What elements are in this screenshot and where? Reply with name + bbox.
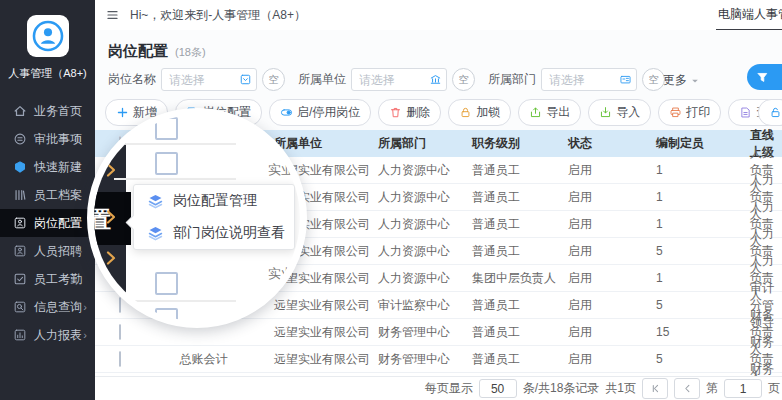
sidebar-item[interactable]: 审批事项: [0, 125, 95, 153]
sidebar-item[interactable]: 人力报表 ›: [0, 321, 95, 349]
sidebar-item[interactable]: 员工档案: [0, 181, 95, 209]
magnifier-overlay: 置 实业实业有望实业 岗位配置管理 部门岗位说明查看: [87, 108, 307, 328]
toolbar-button-label: 导出: [546, 104, 570, 121]
topbar: Hi~，欢迎来到-人事管理（A8+） 电脑端人事管: [95, 0, 782, 31]
magnified-row-divider: [114, 300, 236, 302]
cell-unit: 远望实业有限公司: [266, 351, 370, 368]
sidebar-item[interactable]: 业务首页: [0, 97, 95, 125]
chevron-right-icon: [103, 250, 119, 266]
chevron-right-icon: [103, 209, 119, 225]
page-prefix-label: 第: [706, 380, 718, 397]
cell-headcount: 1: [648, 190, 742, 204]
table-row[interactable]: 总账会计 远望实业有限公司 财务管理中心 普通员工 启用 5 财务负责人: [95, 346, 782, 373]
unlock-button[interactable]: [758, 99, 782, 126]
column-header-status[interactable]: 状态: [560, 135, 648, 152]
greeting-text: Hi~，欢迎来到-人事管理（A8+）: [130, 7, 306, 24]
sidebar-item-icon: [13, 160, 27, 174]
sidebar-item[interactable]: 信息查询 ›: [0, 293, 95, 321]
cell-status: 启用: [560, 297, 648, 314]
per-page-input[interactable]: 50: [479, 379, 517, 398]
more-filters-button[interactable]: 更多: [663, 72, 700, 89]
search-submit-button[interactable]: [747, 64, 782, 90]
sidebar-item[interactable]: 员工考勤: [0, 265, 95, 293]
filter-input-wrap: [351, 68, 447, 91]
row-checkbox[interactable]: [119, 351, 121, 367]
popup-menu-item[interactable]: 部门岗位说明查看: [134, 217, 294, 249]
toolbar-button[interactable]: 导入: [588, 99, 651, 126]
cell-headcount: 1: [648, 271, 742, 285]
toolbar-button-icon: [459, 106, 472, 119]
chevron-right-icon: [103, 162, 119, 178]
magnified-checkbox: [155, 272, 178, 295]
sidebar-item[interactable]: 快速新建: [0, 153, 95, 181]
toolbar-button-label: 删除: [406, 104, 430, 121]
tab-pc-hr[interactable]: 电脑端人事管: [716, 0, 782, 31]
filter-input-icon[interactable]: [239, 73, 252, 86]
cell-unit: 远望实业有限公司: [266, 324, 370, 341]
first-page-button[interactable]: [642, 378, 668, 399]
toolbar-button[interactable]: 启/停用岗位: [269, 99, 371, 126]
prev-page-icon: [682, 383, 693, 394]
funnel-icon: [756, 71, 769, 84]
cell-level: 普通员工: [464, 324, 560, 341]
sidebar-item[interactable]: 人员招聘: [0, 237, 95, 265]
toolbar-button[interactable]: 删除: [378, 99, 441, 126]
cell-headcount: 5: [648, 298, 742, 312]
column-header-dept[interactable]: 所属部门: [370, 135, 464, 152]
toolbar-button-icon: [116, 106, 129, 119]
hamburger-menu-icon[interactable]: [105, 9, 120, 21]
sidebar-item-label: 岗位配置: [34, 215, 82, 232]
cell-dept: 人力资源中心: [370, 162, 464, 179]
cell-level: 普通员工: [464, 297, 560, 314]
filter-group: 所属部门 空: [488, 68, 665, 91]
per-page-label: 每页显示: [425, 380, 473, 397]
total-pages-label: 共1页: [605, 380, 636, 397]
toolbar-button[interactable]: 加锁: [448, 99, 511, 126]
magnified-checkbox: [155, 152, 178, 175]
cell-dept: 人力资源中心: [370, 270, 464, 287]
toolbar-button[interactable]: 打印: [658, 99, 721, 126]
sidebar-item-label: 业务首页: [34, 103, 82, 120]
toolbar-button[interactable]: 导出: [518, 99, 581, 126]
cell-headcount: 1: [648, 217, 742, 231]
clear-filter-button[interactable]: 空: [452, 68, 475, 91]
toolbar-button-label: 打印: [686, 104, 710, 121]
filter-label: 所属单位: [298, 71, 346, 88]
sidebar-item[interactable]: 岗位配置: [0, 209, 95, 237]
sidebar-item-label: 人力报表: [34, 327, 82, 344]
cell-status: 启用: [560, 216, 648, 233]
cell-dept: 审计监察中心: [370, 297, 464, 314]
filter-input-icon[interactable]: [429, 73, 442, 86]
cell-unit: 远望实业有限公司: [266, 297, 370, 314]
record-count: (18条): [175, 45, 206, 60]
more-label: 更多: [663, 72, 687, 89]
filter-input-icon[interactable]: [619, 73, 632, 86]
clear-filter-button[interactable]: 空: [642, 68, 665, 91]
cell-status: 启用: [560, 351, 648, 368]
toolbar-button-icon: [280, 106, 293, 119]
filter-input-wrap: [541, 68, 637, 91]
cell-headcount: 5: [648, 244, 742, 258]
popup-menu-item-label: 部门岗位说明查看: [173, 224, 285, 242]
column-header-headcount[interactable]: 编制定员: [648, 135, 742, 152]
page-number-input[interactable]: 1: [724, 379, 762, 398]
sidebar-item-icon: [13, 104, 27, 118]
clear-filter-button[interactable]: 空: [262, 68, 285, 91]
toolbar-button-label: 加锁: [476, 104, 500, 121]
cell-status: 启用: [560, 189, 648, 206]
sidebar-item-label: 人员招聘: [34, 243, 82, 260]
popup-menu-item[interactable]: 岗位配置管理: [134, 185, 294, 217]
filter-input-wrap: [161, 68, 257, 91]
cell-status: 启用: [560, 162, 648, 179]
row-checkbox[interactable]: [119, 324, 121, 340]
prev-page-button[interactable]: [674, 378, 700, 399]
cell-dept: 财务管理中心: [370, 351, 464, 368]
toolbar-button-icon: [739, 106, 752, 119]
row-checkbox[interactable]: [119, 297, 121, 313]
brand: 人事管理（A8+): [0, 0, 95, 81]
column-header-level[interactable]: 职务级别: [464, 135, 560, 152]
app-window: 人事管理（A8+) 业务首页 审批事项 快速新建: [0, 0, 782, 400]
cell-level: 普通员工: [464, 189, 560, 206]
user-avatar-icon: [31, 19, 65, 53]
cell-headcount: 5: [648, 352, 742, 366]
